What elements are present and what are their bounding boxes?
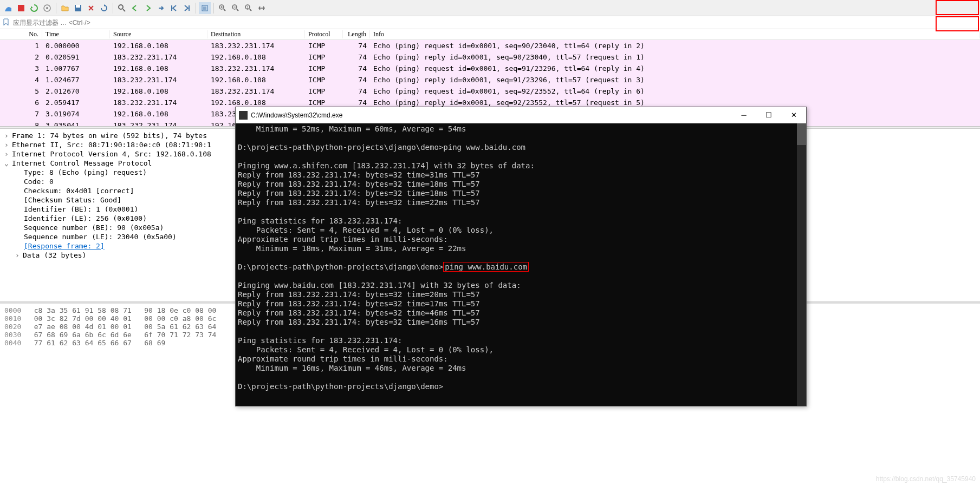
cmd-title: C:\Windows\System32\cmd.exe <box>251 111 731 119</box>
cmd-window[interactable]: C:\Windows\System32\cmd.exe ─ ☐ ✕ Minimu… <box>235 107 807 406</box>
zoom-out-icon[interactable] <box>230 2 242 14</box>
goto-first-icon[interactable] <box>168 2 180 14</box>
open-file-icon[interactable] <box>59 2 71 14</box>
cmd-titlebar[interactable]: C:\Windows\System32\cmd.exe ─ ☐ ✕ <box>236 107 806 123</box>
separator <box>113 3 113 14</box>
separator <box>213 3 214 14</box>
svg-line-17 <box>237 9 238 11</box>
reload-icon[interactable] <box>98 2 110 14</box>
bookmark-icon[interactable] <box>2 18 11 27</box>
zoom-reset-icon[interactable]: 1 <box>243 2 255 14</box>
svg-rect-0 <box>18 5 24 11</box>
goto-last-icon[interactable] <box>181 2 193 14</box>
close-file-icon[interactable] <box>85 2 97 14</box>
shark-fin-icon[interactable] <box>2 2 14 14</box>
col-no[interactable]: No. <box>0 30 42 38</box>
packet-row[interactable]: 10.000000192.168.0.108183.232.231.174ICM… <box>0 40 980 51</box>
col-protocol[interactable]: Protocol <box>305 30 343 38</box>
svg-line-6 <box>123 9 125 11</box>
expand-icon[interactable]: › <box>4 132 12 140</box>
watermark: https://blog.csdn.net/qq_35745940 <box>876 475 976 483</box>
expand-icon[interactable]: › <box>4 141 12 149</box>
zoom-in-icon[interactable] <box>217 2 229 14</box>
packet-list-header: No. Time Source Destination Protocol Len… <box>0 29 980 40</box>
restart-capture-icon[interactable] <box>28 2 40 14</box>
svg-line-14 <box>224 9 225 11</box>
packet-row[interactable]: 52.012670192.168.0.108183.232.231.174ICM… <box>0 86 980 97</box>
annotation-box <box>936 0 979 15</box>
display-filter-input[interactable] <box>13 19 978 27</box>
save-file-icon[interactable] <box>72 2 84 14</box>
collapse-icon[interactable]: ⌄ <box>4 159 12 167</box>
autoscroll-icon[interactable] <box>199 2 211 14</box>
expand-icon[interactable]: › <box>4 150 12 158</box>
svg-line-20 <box>250 9 251 11</box>
col-source[interactable]: Source <box>110 30 207 38</box>
svg-text:1: 1 <box>246 5 249 9</box>
find-icon[interactable] <box>116 2 128 14</box>
col-time[interactable]: Time <box>42 30 110 38</box>
go-back-icon[interactable] <box>129 2 141 14</box>
col-info[interactable]: Info <box>370 30 980 38</box>
goto-packet-icon[interactable] <box>155 2 167 14</box>
main-toolbar: 1 <box>0 0 980 16</box>
col-destination[interactable]: Destination <box>207 30 305 38</box>
cmd-scrollbar[interactable] <box>797 123 806 406</box>
maximize-button[interactable]: ☐ <box>756 107 781 123</box>
annotation-box <box>936 16 979 31</box>
capture-options-icon[interactable] <box>41 2 53 14</box>
go-forward-icon[interactable] <box>142 2 154 14</box>
resize-columns-icon[interactable] <box>256 2 268 14</box>
cmd-icon <box>239 111 248 120</box>
svg-point-5 <box>119 5 123 9</box>
col-length[interactable]: Length <box>343 30 370 38</box>
display-filter-bar <box>0 16 980 29</box>
svg-point-2 <box>46 7 48 9</box>
separator <box>196 3 196 14</box>
packet-row[interactable]: 41.024677183.232.231.174192.168.0.108ICM… <box>0 74 980 86</box>
minimize-button[interactable]: ─ <box>731 107 756 123</box>
packet-row[interactable]: 20.020591183.232.231.174192.168.0.108ICM… <box>0 51 980 63</box>
separator <box>56 3 56 14</box>
svg-rect-4 <box>76 5 80 8</box>
packet-row[interactable]: 31.007767192.168.0.108183.232.231.174ICM… <box>0 63 980 74</box>
scrollbar-thumb[interactable] <box>797 123 806 145</box>
close-button[interactable]: ✕ <box>781 107 806 123</box>
stop-capture-icon[interactable] <box>15 2 27 14</box>
expand-icon[interactable]: › <box>15 251 23 259</box>
cmd-output[interactable]: Minimum = 52ms, Maximum = 60ms, Average … <box>236 123 806 406</box>
